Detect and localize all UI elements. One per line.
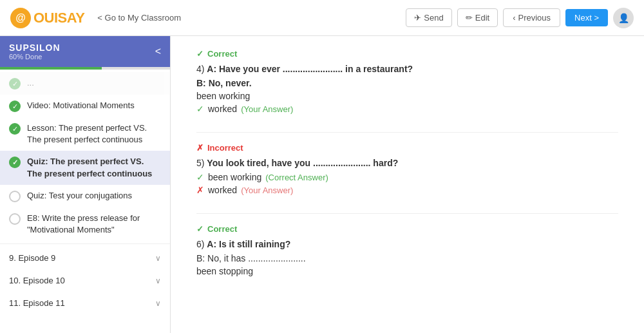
send-button[interactable]: ✈ Send: [406, 8, 451, 27]
logo-text: OUISAY: [33, 10, 84, 26]
sidebar-collapse-button[interactable]: <: [155, 46, 161, 57]
circle-icon-press: [9, 213, 21, 225]
check-green-q5: ✓: [196, 172, 204, 182]
top-bar-left: @ OUISAY < Go to My Classroom: [10, 8, 181, 28]
sidebar-item-e8-press[interactable]: E8: Write the press release for "Motivat…: [0, 207, 170, 241]
sidebar: SUPSILON 60% Done < ✓ ... ✓ Video: Motiv…: [0, 36, 171, 333]
q6-answer-a-text: B: No, it has .......................: [196, 253, 306, 263]
send-icon: ✈: [414, 13, 421, 23]
divider-5-6: [196, 213, 618, 214]
status-text-q5: Incorrect: [207, 143, 243, 153]
sidebar-section-episode11[interactable]: 11. Episode 11 ∨: [0, 292, 170, 314]
go-to-classroom-link[interactable]: < Go to My Classroom: [97, 13, 181, 23]
sidebar-section-episode9[interactable]: 9. Episode 9 ∨: [0, 247, 170, 269]
q5-your-option: ✗ worked (Your Answer): [196, 185, 618, 195]
sidebar-progress-text: 60% Done: [9, 53, 61, 61]
q4-answer-b: been working: [196, 91, 618, 101]
q5-your-text: worked: [208, 185, 237, 195]
circle-icon-conjugations: [9, 191, 21, 202]
logo-name: OUISAY: [33, 10, 84, 26]
check-icon-quiz-present: ✓: [9, 157, 21, 168]
sidebar-item-label-lesson: Lesson: The present perfect VS. The pres…: [27, 122, 161, 146]
q4-your-answer-label: (Your Answer): [241, 104, 293, 114]
next-label: Next >: [574, 13, 599, 23]
sidebar-item-label-blurred: ...: [27, 77, 34, 89]
q4-number: 4): [196, 64, 204, 74]
episode9-label: 9. Episode 9: [9, 253, 55, 263]
question-num-5: 5) You look tired, have you ............…: [196, 158, 618, 168]
status-q4: ✓ Correct: [196, 49, 618, 59]
check-icon-q6: ✓: [196, 224, 204, 234]
q5-correct-text: been working: [208, 172, 261, 182]
sidebar-item-quiz-present[interactable]: ✓ Quiz: The present perfect VS. The pres…: [0, 151, 170, 184]
q5-number: 5): [196, 158, 204, 168]
check-icon-blurred: ✓: [9, 78, 21, 90]
status-q6: ✓ Correct: [196, 224, 618, 234]
status-q5: ✗ Incorrect: [196, 143, 618, 153]
check-icon-lesson: ✓: [9, 123, 21, 135]
top-bar-right: ✈ Send ✏ Edit ‹ Previous Next > 👤: [406, 8, 634, 28]
send-label: Send: [424, 13, 443, 23]
divider-4-5: [196, 132, 618, 133]
sidebar-item-label-conjugations: Quiz: Test your conjugations: [27, 190, 132, 202]
sidebar-item-label-video: Video: Motivational Moments: [27, 100, 135, 111]
sidebar-items: ✓ ... ✓ Video: Motivational Moments ✓ Le…: [0, 70, 170, 333]
q6-number: 6): [196, 239, 204, 249]
next-button[interactable]: Next >: [565, 9, 608, 26]
q4-answer-b-text: been working: [196, 91, 250, 101]
check-icon-q4: ✓: [196, 49, 204, 59]
q4-answer-a-text: B: No, never.: [196, 78, 252, 88]
q6-answer-b-text: been stopping: [196, 266, 253, 276]
chevron-down-icon-ep10: ∨: [155, 276, 161, 285]
sidebar-item-label-quiz-present: Quiz: The present perfect VS. The presen…: [27, 156, 161, 179]
q5-your-answer-label: (Your Answer): [241, 186, 293, 195]
previous-label: Previous: [518, 13, 551, 23]
edit-label: Edit: [475, 13, 489, 23]
q6-answer-a: B: No, it has .......................: [196, 253, 618, 263]
question-num-6: 6) A: Is it still raining?: [196, 239, 618, 249]
q4-answer-a: B: No, never.: [196, 78, 618, 88]
sidebar-header: SUPSILON 60% Done <: [0, 36, 170, 67]
edit-button[interactable]: ✏ Edit: [457, 8, 498, 27]
edit-icon: ✏: [466, 13, 473, 23]
logo-at: @: [15, 12, 26, 24]
sidebar-title: SUPSILON: [9, 43, 61, 53]
episode10-label: 10. Episode 10: [9, 276, 65, 285]
cross-red-q5: ✗: [196, 185, 204, 195]
question-num-4: 4) A: Have you ever ....................…: [196, 64, 618, 74]
q4-text: A: Have you ever .......................…: [207, 64, 413, 74]
q6-answer-b: been stopping: [196, 266, 618, 276]
q4-correct-text: worked: [208, 104, 237, 114]
sidebar-item-lesson-present[interactable]: ✓ Lesson: The present perfect VS. The pr…: [0, 117, 170, 151]
q4-correct-option: ✓ worked (Your Answer): [196, 104, 618, 114]
chevron-down-icon-ep11: ∨: [155, 299, 161, 308]
collapse-icon: <: [155, 46, 161, 57]
content-area: ✓ Correct 4) A: Have you ever ..........…: [171, 36, 644, 333]
chevron-left-icon: ‹: [513, 13, 515, 23]
main-layout: SUPSILON 60% Done < ✓ ... ✓ Video: Motiv…: [0, 36, 644, 333]
sidebar-section-episode10[interactable]: 10. Episode 10 ∨: [0, 269, 170, 292]
question-block-5: ✗ Incorrect 5) You look tired, have you …: [196, 143, 618, 195]
sidebar-item-blurred[interactable]: ✓ ...: [0, 72, 170, 95]
status-text-q6: Correct: [207, 224, 237, 234]
q5-correct-option: ✓ been working (Correct Answer): [196, 172, 618, 182]
top-bar: @ OUISAY < Go to My Classroom ✈ Send ✏ E…: [0, 0, 644, 36]
logo-icon: @: [10, 8, 31, 28]
sidebar-item-video-motivational[interactable]: ✓ Video: Motivational Moments: [0, 95, 170, 117]
chevron-down-icon-ep9: ∨: [155, 254, 161, 263]
logo: @ OUISAY: [10, 8, 84, 28]
sidebar-item-quiz-conjugations[interactable]: Quiz: Test your conjugations: [0, 185, 170, 207]
episode11-label: 11. Episode 11: [9, 298, 65, 308]
status-text-q4: Correct: [207, 49, 237, 59]
avatar[interactable]: 👤: [613, 8, 634, 28]
check-icon-video: ✓: [9, 100, 21, 112]
q5-text: You look tired, have you ...............…: [207, 158, 398, 168]
previous-button[interactable]: ‹ Previous: [503, 8, 560, 27]
q5-correct-label: (Correct Answer): [265, 173, 328, 182]
sidebar-item-label-press: E8: Write the press release for "Motivat…: [27, 213, 161, 236]
question-block-4: ✓ Correct 4) A: Have you ever ..........…: [196, 49, 618, 114]
avatar-icon: 👤: [618, 13, 629, 23]
sidebar-header-info: SUPSILON 60% Done: [9, 43, 61, 61]
cross-icon-q5: ✗: [196, 143, 204, 153]
check-green-q4: ✓: [196, 104, 204, 114]
